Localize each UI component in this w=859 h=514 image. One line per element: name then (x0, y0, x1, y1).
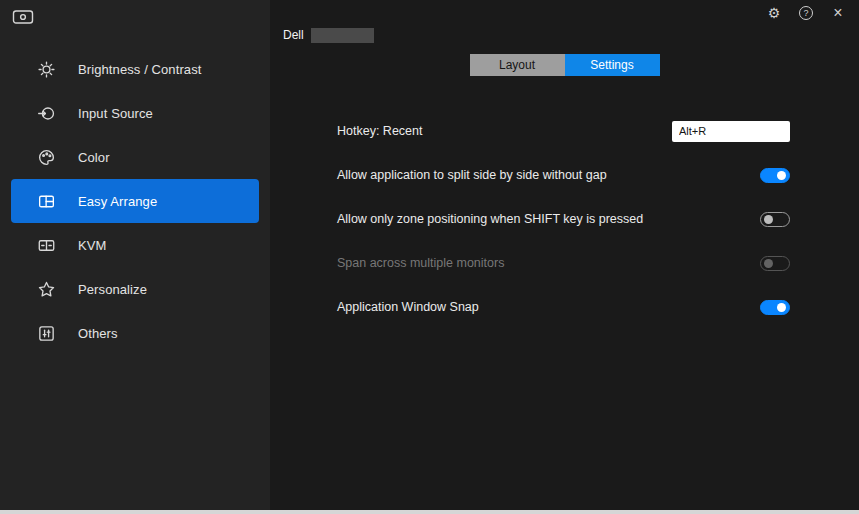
tab-layout[interactable]: Layout (470, 54, 565, 76)
sidebar: Brightness / Contrast Input Source (0, 0, 270, 514)
hotkey-label: Hotkey: Recent (337, 124, 422, 138)
sidebar-item-color[interactable]: Color (11, 135, 259, 179)
dell-display-manager-window: Brightness / Contrast Input Source (0, 0, 859, 514)
sidebar-item-label: Brightness / Contrast (78, 62, 202, 77)
setting-label: Allow application to split side by side … (337, 168, 607, 182)
sidebar-item-label: Personalize (78, 282, 147, 297)
setting-row: Span across multiple monitors (337, 241, 790, 285)
personalize-icon (37, 280, 56, 299)
kvm-icon (37, 236, 56, 255)
sidebar-item-input-source[interactable]: Input Source (11, 91, 259, 135)
others-icon (37, 324, 56, 343)
sidebar-item-label: KVM (78, 238, 106, 253)
setting-label: Span across multiple monitors (337, 256, 504, 270)
input-source-icon (37, 104, 56, 123)
toggle-split-side-by-side[interactable] (760, 168, 790, 183)
easy-arrange-icon (37, 192, 56, 211)
sidebar-item-label: Others (78, 326, 118, 341)
color-icon (37, 148, 56, 167)
setting-row: Allow application to split side by side … (337, 153, 790, 197)
bottom-edge-strip (0, 510, 859, 514)
sidebar-item-others[interactable]: Others (11, 311, 259, 355)
hotkey-input[interactable] (672, 121, 790, 142)
main-panel: ⚙ ? × Dell Layout Settings Hotkey: Recen… (270, 0, 859, 514)
toggle-shift-zone-positioning[interactable] (760, 212, 790, 227)
monitor-header: Dell (283, 27, 859, 43)
sidebar-item-label: Input Source (78, 106, 153, 121)
setting-label: Allow only zone positioning when SHIFT k… (337, 212, 643, 226)
settings-panel: Hotkey: Recent Allow application to spli… (337, 114, 790, 329)
monitor-model-redacted (311, 28, 374, 43)
settings-rows: Allow application to split side by side … (337, 153, 790, 329)
sidebar-item-personalize[interactable]: Personalize (11, 267, 259, 311)
setting-row: Application Window Snap (337, 285, 790, 329)
sidebar-item-brightness-contrast[interactable]: Brightness / Contrast (11, 47, 259, 91)
brightness-icon (37, 60, 56, 79)
monitor-name: Dell (283, 28, 304, 42)
setting-label: Application Window Snap (337, 300, 479, 314)
help-icon[interactable]: ? (799, 6, 813, 20)
app-logo-icon (12, 9, 34, 25)
toggle-application-window-snap[interactable] (760, 300, 790, 315)
titlebar: ⚙ ? × (270, 0, 859, 26)
tab-bar: Layout Settings (270, 54, 859, 76)
toggle-span-multiple-monitors (760, 256, 790, 271)
sidebar-item-easy-arrange[interactable]: Easy Arrange (11, 179, 259, 223)
close-icon[interactable]: × (830, 5, 846, 21)
sidebar-item-label: Color (78, 150, 110, 165)
sidebar-item-label: Easy Arrange (78, 194, 157, 209)
tab-settings[interactable]: Settings (565, 54, 660, 76)
hotkey-row: Hotkey: Recent (337, 114, 790, 148)
sidebar-nav: Brightness / Contrast Input Source (0, 47, 270, 355)
sidebar-item-kvm[interactable]: KVM (11, 223, 259, 267)
settings-gear-icon[interactable]: ⚙ (766, 6, 782, 20)
setting-row: Allow only zone positioning when SHIFT k… (337, 197, 790, 241)
